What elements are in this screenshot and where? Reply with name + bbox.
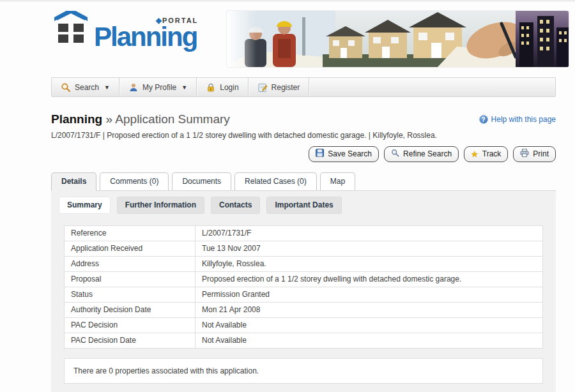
page-title: Planning » Application Summary xyxy=(51,112,230,126)
button-label: Print xyxy=(533,149,549,158)
planning-portal-page: Planning ◆PORTAL xyxy=(0,2,575,391)
logo-wordmark: Planning ◆PORTAL xyxy=(94,25,199,49)
sub-tab-bar: Summary Further Information Contacts Imp… xyxy=(51,191,556,216)
row-label: Address xyxy=(65,257,195,272)
row-label: Status xyxy=(65,287,195,303)
logo-portal-label: ◆PORTAL xyxy=(156,17,199,24)
table-row: Authority Decision Date Mon 21 Apr 2008 xyxy=(65,303,543,318)
subtab-further-information[interactable]: Further Information xyxy=(117,197,204,214)
magnifier-icon xyxy=(391,149,399,159)
subtab-contacts[interactable]: Contacts xyxy=(211,197,260,214)
subtab-important-dates[interactable]: Important Dates xyxy=(266,197,341,214)
nav-item-register[interactable]: Register xyxy=(249,78,310,96)
row-value: Permission Granted xyxy=(195,287,543,303)
table-row: Address Killyfoyle, Rosslea. xyxy=(65,257,543,272)
row-value: L/2007/1731/F xyxy=(195,226,543,241)
button-label: Refine Search xyxy=(403,149,452,158)
row-value: Killyfoyle, Rosslea. xyxy=(195,257,543,272)
associated-properties-note: There are 0 properties associated with t… xyxy=(64,358,543,384)
lock-icon xyxy=(206,82,216,93)
row-label: Authority Decision Date xyxy=(65,303,195,318)
search-icon xyxy=(61,82,71,93)
help-link-label: Help with this page xyxy=(491,115,556,124)
chevron-down-icon: ▼ xyxy=(181,84,187,91)
tab-documents[interactable]: Documents xyxy=(172,172,231,190)
row-label: PAC Decision xyxy=(65,318,195,333)
user-icon xyxy=(128,82,139,93)
row-value: Not Available xyxy=(195,318,543,333)
table-row: PAC Decision Date Not Available xyxy=(65,333,543,349)
register-icon xyxy=(257,82,268,93)
track-button[interactable]: ★ Track xyxy=(464,146,508,162)
table-row: Reference L/2007/1731/F xyxy=(65,226,543,241)
breadcrumb-root: Planning xyxy=(51,112,102,126)
tab-comments[interactable]: Comments (0) xyxy=(100,172,169,190)
action-button-bar: Save Search Refine Search ★ Track Print xyxy=(51,146,556,162)
nav-label: Register xyxy=(272,83,300,92)
nav-item-login[interactable]: Login xyxy=(197,78,248,96)
row-value: Not Available xyxy=(195,333,543,349)
details-panel: Summary Further Information Contacts Imp… xyxy=(51,190,556,392)
header-banner-image xyxy=(227,11,569,67)
row-label: PAC Decision Date xyxy=(65,333,195,349)
button-label: Track xyxy=(482,149,502,158)
save-search-button[interactable]: Save Search xyxy=(309,146,379,162)
star-icon: ★ xyxy=(471,150,479,158)
breadcrumb-separator: » xyxy=(106,112,113,126)
row-label: Reference xyxy=(65,226,195,241)
nav-label: Search xyxy=(75,83,99,92)
help-with-this-page-link[interactable]: ? Help with this page xyxy=(479,115,556,124)
application-details-table: Reference L/2007/1731/F Application Rece… xyxy=(64,225,543,349)
application-summary-line: L/2007/1731/F | Proposed erection of a 1… xyxy=(51,131,556,140)
refine-search-button[interactable]: Refine Search xyxy=(384,146,459,162)
row-label: Proposal xyxy=(65,272,195,287)
planning-portal-logo[interactable]: Planning ◆PORTAL xyxy=(53,11,199,49)
row-label: Application Received xyxy=(65,241,195,257)
row-value: Proposed erection of a 1 1/2 storey dwel… xyxy=(195,272,543,287)
tab-related-cases[interactable]: Related Cases (0) xyxy=(234,172,317,190)
table-row: Application Received Tue 13 Nov 2007 xyxy=(65,241,543,257)
main-tab-bar: Details Comments (0) Documents Related C… xyxy=(51,172,556,190)
row-value: Tue 13 Nov 2007 xyxy=(195,241,543,257)
table-row: Status Permission Granted xyxy=(65,287,543,303)
printer-icon xyxy=(520,149,529,159)
main-navbar: Search ▼ My Profile ▼ Login Reg xyxy=(51,77,556,97)
table-row: Proposal Proposed erection of a 1 1/2 st… xyxy=(65,272,543,287)
row-value: Mon 21 Apr 2008 xyxy=(195,303,543,318)
nav-label: My Profile xyxy=(142,83,176,92)
diamond-icon: ◆ xyxy=(156,16,162,25)
nav-label: Login xyxy=(220,83,238,92)
tab-details[interactable]: Details xyxy=(51,172,96,191)
nav-item-search[interactable]: Search ▼ xyxy=(52,78,119,96)
breadcrumb-current: Application Summary xyxy=(115,112,230,126)
save-icon xyxy=(316,149,324,159)
print-button[interactable]: Print xyxy=(513,146,556,162)
help-icon: ? xyxy=(479,115,488,124)
site-header: Planning ◆PORTAL xyxy=(51,2,556,68)
button-label: Save Search xyxy=(328,149,372,158)
table-row: PAC Decision Not Available xyxy=(65,318,543,333)
tab-map[interactable]: Map xyxy=(320,172,355,190)
chevron-down-icon: ▼ xyxy=(104,84,110,91)
house-logo-icon xyxy=(53,11,89,47)
nav-item-my-profile[interactable]: My Profile ▼ xyxy=(119,78,197,96)
subtab-summary[interactable]: Summary xyxy=(59,197,111,214)
